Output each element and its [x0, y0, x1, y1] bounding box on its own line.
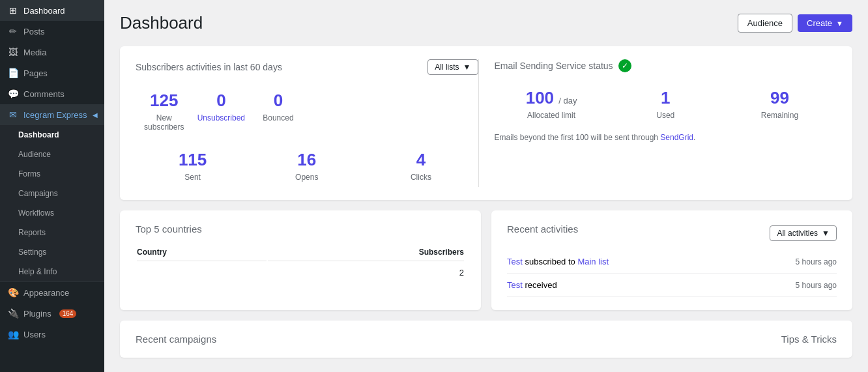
page-title: Dashboard: [120, 13, 203, 33]
activities-dropdown-label: All activities: [777, 229, 818, 238]
dashboard-icon: ⊞: [8, 5, 18, 16]
col-country: Country: [137, 244, 267, 261]
stat-allocated: 100 / day Allocated limit: [495, 83, 609, 125]
allocated-label: Allocated limit: [497, 111, 606, 120]
bottom-stats-grid: 115 Sent 16 Opens 4 Clicks: [136, 145, 478, 187]
stat-opens: 16 Opens: [250, 145, 364, 187]
activity-user-link-1[interactable]: Test: [507, 257, 523, 266]
sent-value: 115: [138, 150, 247, 170]
stats-card-title: Subscribers activities in last 60 days: [136, 62, 282, 72]
email-stats-grid: 100 / day Allocated limit 1 Used 99 Rema…: [495, 83, 837, 125]
submenu-audience-label: Audience: [18, 150, 51, 159]
email-service-title: Email Sending Service status: [495, 61, 613, 71]
activity-user-link-2[interactable]: Test: [507, 280, 523, 290]
opens-label: Opens: [252, 173, 361, 182]
activity-description-1: Test subscribed to Main list: [507, 257, 609, 266]
allocated-value: 100 / day: [497, 88, 606, 108]
sidebar-submenu-settings[interactable]: Settings: [0, 242, 104, 262]
submenu-settings-label: Settings: [18, 248, 46, 257]
stat-sent: 115 Sent: [136, 145, 250, 187]
note-prefix: Emails beyond the first 100 will be sent…: [495, 133, 661, 142]
sidebar-item-plugins[interactable]: 🔌 Plugins 164: [0, 303, 104, 324]
used-label: Used: [611, 111, 720, 120]
bounced-value: 0: [252, 91, 304, 111]
status-check-icon: ✓: [618, 59, 631, 72]
activity-time-1: 5 hours ago: [796, 257, 837, 266]
submenu-reports-label: Reports: [18, 228, 46, 237]
email-service-header: Email Sending Service status ✓: [495, 59, 837, 72]
tips-title: Tips & Tricks: [781, 334, 837, 345]
sidebar-item-icegram[interactable]: ✉ Icegram Express ◀: [0, 104, 104, 125]
campaigns-header: Recent campaigns Tips & Tricks: [136, 334, 837, 345]
plugins-icon: 🔌: [8, 308, 18, 319]
main-content: Dashboard Audience Create ▼ Subscribers …: [104, 0, 868, 372]
activity-item-2: Test received 5 hours ago: [507, 274, 837, 297]
posts-icon: ✏: [8, 26, 18, 36]
audience-button[interactable]: Audience: [738, 14, 792, 33]
recent-campaigns-card: Recent campaigns Tips & Tricks: [120, 321, 852, 358]
stat-clicks: 4 Clicks: [364, 145, 478, 187]
sidebar-item-posts[interactable]: ✏ Posts: [0, 21, 104, 42]
sidebar-label-media: Media: [23, 48, 46, 57]
stat-new-subscribers: 125 New subscribers: [136, 85, 193, 137]
sidebar-item-appearance[interactable]: 🎨 Appearance: [0, 282, 104, 303]
plugins-badge: 164: [59, 309, 77, 318]
sidebar-label-pages: Pages: [23, 68, 48, 78]
icegram-icon: ✉: [8, 109, 18, 120]
activity-time-2: 5 hours ago: [796, 281, 837, 290]
sidebar-submenu-help[interactable]: Help & Info: [0, 262, 104, 281]
submenu-help-label: Help & Info: [18, 267, 57, 276]
sidebar-item-pages[interactable]: 📄 Pages: [0, 63, 104, 83]
all-lists-label: All lists: [435, 63, 459, 72]
opens-value: 16: [252, 150, 361, 170]
stat-used: 1 Used: [609, 83, 723, 125]
note-suffix: .: [693, 133, 695, 142]
activity-list-link-1[interactable]: Main list: [577, 257, 609, 266]
countries-table: Country Subscribers 2: [136, 242, 465, 284]
stat-unsubscribed: 0 Unsubscribed: [193, 85, 250, 137]
submenu-workflows-label: Workflows: [18, 208, 54, 218]
chevron-down-icon: ▼: [836, 20, 843, 27]
sidebar-submenu-reports[interactable]: Reports: [0, 223, 104, 242]
activity-action-1: subscribed to: [525, 257, 577, 266]
stats-row: Subscribers activities in last 60 days A…: [136, 59, 837, 187]
sidebar-bottom-section: 🎨 Appearance 🔌 Plugins 164 👥 Users: [0, 281, 104, 345]
sidebar-submenu-audience[interactable]: Audience: [0, 145, 104, 164]
stats-card: Subscribers activities in last 60 days A…: [120, 46, 852, 200]
sidebar-submenu-forms[interactable]: Forms: [0, 164, 104, 184]
sidebar-item-users[interactable]: 👥 Users: [0, 324, 104, 345]
users-icon: 👥: [8, 329, 18, 339]
country-count: 2: [268, 263, 464, 283]
submenu-dashboard-label: Dashboard: [18, 130, 59, 139]
sidebar-item-media[interactable]: 🖼 Media: [0, 42, 104, 63]
sidebar-label-posts: Posts: [23, 27, 45, 36]
sidebar-item-dashboard[interactable]: ⊞ Dashboard: [0, 0, 104, 21]
sendgrid-link[interactable]: SendGrid: [660, 133, 693, 142]
sidebar-submenu-dashboard[interactable]: Dashboard: [0, 125, 104, 145]
all-lists-dropdown[interactable]: All lists ▼: [427, 59, 478, 75]
used-value: 1: [611, 88, 720, 108]
appearance-icon: 🎨: [8, 287, 18, 298]
stats-header: Subscribers activities in last 60 days A…: [136, 59, 478, 75]
sidebar-submenu-campaigns[interactable]: Campaigns: [0, 184, 104, 203]
new-subscribers-label: New subscribers: [138, 113, 190, 132]
activities-dropdown[interactable]: All activities ▼: [770, 225, 837, 241]
submenu-forms-label: Forms: [18, 169, 40, 179]
sidebar-label-icegram: Icegram Express: [23, 110, 87, 120]
activity-description-2: Test received: [507, 280, 557, 290]
sidebar-label-comments: Comments: [23, 89, 65, 99]
sidebar-submenu-workflows[interactable]: Workflows: [0, 203, 104, 223]
stat-remaining: 99 Remaining: [723, 83, 837, 125]
sidebar-item-comments[interactable]: 💬 Comments: [0, 83, 104, 104]
unsubscribed-value: 0: [195, 91, 248, 111]
sidebar: ⊞ Dashboard ✏ Posts 🖼 Media 📄 Pages 💬 Co…: [0, 0, 104, 372]
activity-item-1: Test subscribed to Main list 5 hours ago: [507, 250, 837, 274]
sidebar-label-appearance: Appearance: [23, 288, 69, 298]
create-button[interactable]: Create ▼: [798, 14, 852, 32]
pages-icon: 📄: [8, 68, 18, 78]
new-subscribers-value: 125: [138, 91, 190, 111]
header-actions: Audience Create ▼: [738, 14, 852, 33]
clicks-value: 4: [366, 150, 475, 170]
sidebar-label-users: Users: [23, 330, 46, 339]
dropdown-chevron-icon: ▼: [463, 63, 471, 72]
